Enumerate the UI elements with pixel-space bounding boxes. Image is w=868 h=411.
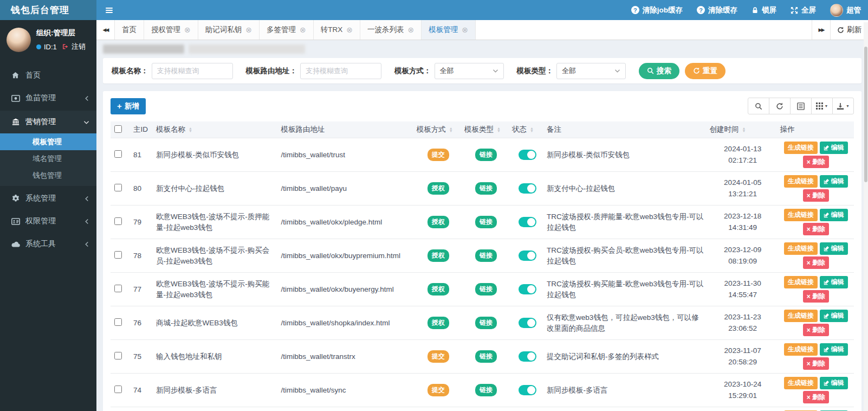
delete-button[interactable]: × 删除 — [803, 357, 829, 370]
generate-link-button[interactable]: 生成链接 — [784, 377, 818, 389]
tab-close-icon[interactable]: ⊗ — [245, 26, 252, 34]
column-header[interactable]: 模板路由地址 — [278, 121, 414, 138]
column-header[interactable]: 状态 ▲▼ — [510, 121, 545, 138]
row-checkbox[interactable] — [114, 150, 122, 158]
add-button[interactable]: + 新增 — [111, 98, 146, 114]
edit-button[interactable]: 编辑 — [820, 310, 848, 322]
column-header[interactable]: 备注 — [545, 121, 707, 138]
tab-close-icon[interactable]: ⊗ — [184, 26, 191, 34]
template-route-input[interactable] — [300, 63, 381, 79]
row-checkbox[interactable] — [114, 352, 122, 359]
status-toggle[interactable] — [519, 183, 536, 194]
column-header[interactable]: 模板类型 ▲▼ — [462, 121, 510, 138]
template-type-select[interactable]: 全部 — [556, 63, 626, 79]
fullscreen-button[interactable]: 全屏 — [783, 0, 823, 20]
table-columns-button[interactable]: ▼ — [811, 98, 833, 114]
reset-button[interactable]: 重置 — [685, 63, 726, 79]
sidebar-item-fish[interactable]: 鱼苗管理 — [0, 87, 96, 110]
tab[interactable]: 首页 — [115, 20, 144, 40]
tab-close-icon[interactable]: ⊗ — [462, 26, 468, 34]
edit-button[interactable]: 编辑 — [820, 242, 848, 255]
tab[interactable]: 多签管理 ⊗ — [260, 20, 314, 40]
tabs-scroll-right-button[interactable]: ▶▶ — [812, 20, 830, 40]
sort-icon[interactable]: ▲▼ — [449, 127, 453, 132]
column-header[interactable]: 模板名称 ▲▼ — [154, 121, 278, 138]
status-toggle[interactable] — [519, 251, 536, 261]
tabs-scroll-left-button[interactable]: ◀◀ — [96, 20, 115, 40]
delete-button[interactable]: × 删除 — [803, 290, 829, 303]
row-checkbox[interactable] — [114, 251, 122, 259]
select-all-checkbox[interactable] — [114, 125, 122, 133]
status-toggle[interactable] — [519, 385, 536, 395]
row-checkbox[interactable] — [114, 318, 122, 326]
generate-link-button[interactable]: 生成链接 — [784, 142, 818, 154]
tab[interactable]: 转TRX ⊗ — [314, 20, 360, 40]
status-toggle[interactable] — [519, 318, 536, 328]
row-checkbox[interactable] — [114, 386, 122, 393]
delete-button[interactable]: × 删除 — [803, 256, 829, 269]
tab[interactable]: 授权管理 ⊗ — [144, 20, 198, 40]
sidebar-item-home[interactable]: 首页 — [0, 64, 96, 87]
tab[interactable]: 助记词私钥 ⊗ — [198, 20, 260, 40]
tab-close-icon[interactable]: ⊗ — [407, 26, 414, 34]
user-menu[interactable]: 超管 — [823, 0, 868, 20]
row-checkbox[interactable] — [114, 184, 122, 191]
sort-icon[interactable]: ▲▼ — [742, 127, 746, 132]
tab[interactable]: 模板管理 ⊗ — [422, 20, 476, 40]
sidebar-item-template-mgmt[interactable]: 模板管理 — [0, 133, 96, 150]
delete-button[interactable]: × 删除 — [803, 156, 829, 168]
row-checkbox[interactable] — [114, 217, 122, 225]
scrollbar-thumb[interactable] — [864, 47, 867, 182]
edit-button[interactable]: 编辑 — [820, 142, 848, 154]
column-header[interactable]: 主ID — [131, 121, 154, 138]
sidebar-toggle-button[interactable] — [96, 0, 121, 20]
edit-button[interactable]: 编辑 — [820, 377, 848, 389]
status-toggle[interactable] — [519, 150, 536, 160]
tab[interactable]: 一波杀列表 ⊗ — [360, 20, 422, 40]
sidebar-item-marketing[interactable]: 营销管理 — [0, 111, 96, 133]
column-header[interactable]: 创建时间 ▲▼ — [708, 121, 778, 138]
tab-close-icon[interactable]: ⊗ — [346, 26, 353, 34]
generate-link-button[interactable]: 生成链接 — [784, 242, 818, 255]
delete-button[interactable]: × 删除 — [803, 223, 829, 235]
status-toggle[interactable] — [519, 217, 536, 227]
table-export-button[interactable]: ▼ — [832, 98, 854, 114]
generate-link-button[interactable]: 生成链接 — [784, 175, 818, 188]
scrollbar[interactable] — [864, 22, 868, 411]
generate-link-button[interactable]: 生成链接 — [784, 310, 818, 322]
table-refresh-button[interactable] — [769, 98, 791, 114]
column-header[interactable]: 操作 — [778, 121, 854, 138]
sidebar-item-system[interactable]: 系统管理 — [0, 187, 96, 210]
edit-button[interactable]: 编辑 — [820, 276, 848, 288]
edit-button[interactable]: 编辑 — [820, 209, 848, 221]
sidebar-item-wallet-mgmt[interactable]: 钱包管理 — [0, 167, 96, 184]
row-checkbox[interactable] — [114, 285, 122, 292]
generate-link-button[interactable]: 生成链接 — [784, 276, 818, 288]
column-header[interactable]: 模板方式 ▲▼ — [414, 121, 462, 138]
sidebar-item-permission[interactable]: 权限管理 — [0, 210, 96, 233]
status-toggle[interactable] — [519, 284, 536, 294]
clear-job-cache-button[interactable]: ? 清除job缓存 — [624, 0, 690, 20]
logout-icon[interactable] — [62, 43, 69, 50]
sidebar-item-tools[interactable]: 系统工具 — [0, 233, 96, 255]
generate-link-button[interactable]: 生成链接 — [784, 209, 818, 221]
delete-button[interactable]: × 删除 — [803, 324, 829, 336]
delete-button[interactable]: × 删除 — [803, 189, 829, 202]
template-name-input[interactable] — [152, 63, 233, 79]
search-button[interactable]: 搜索 — [639, 63, 679, 79]
template-method-select[interactable]: 全部 — [435, 63, 504, 79]
table-view-button[interactable] — [790, 98, 812, 114]
edit-button[interactable]: 编辑 — [820, 343, 848, 356]
edit-button[interactable]: 编辑 — [820, 175, 848, 188]
tab-close-icon[interactable]: ⊗ — [300, 26, 306, 34]
delete-button[interactable]: × 删除 — [803, 391, 829, 403]
sort-icon[interactable]: ▲▼ — [530, 127, 534, 132]
table-search-button[interactable] — [748, 98, 769, 114]
lock-screen-button[interactable]: 锁屏 — [744, 0, 783, 20]
generate-link-button[interactable]: 生成链接 — [784, 343, 818, 356]
status-toggle[interactable] — [519, 351, 536, 362]
sort-icon[interactable]: ▲▼ — [189, 127, 192, 132]
sidebar-item-domain-mgmt[interactable]: 域名管理 — [0, 150, 96, 167]
logout-link[interactable]: 注销 — [72, 42, 86, 52]
sort-icon[interactable]: ▲▼ — [497, 127, 501, 132]
